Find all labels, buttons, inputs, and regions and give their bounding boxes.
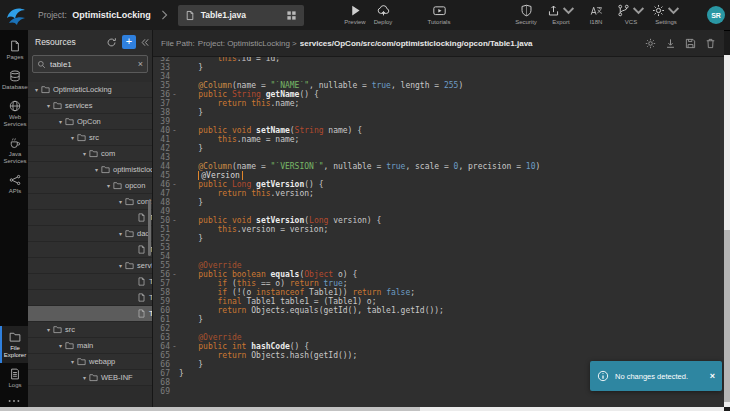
tree-folder-main[interactable]: ▾main [28,338,152,354]
fold-marker[interactable]: - [170,90,179,99]
line-number[interactable]: 42 [153,144,170,153]
download-file-icon[interactable] [665,38,676,49]
fold-marker[interactable]: - [170,126,179,135]
line-number[interactable]: 51 [153,225,170,234]
line-number[interactable]: 37 [153,99,170,108]
add-resource-button[interactable]: + [122,35,136,49]
code-line-41: 41 this.name = name; [153,135,724,144]
line-number[interactable]: 50 [153,216,170,225]
line-number[interactable]: 53 [153,243,170,252]
rail-item-pages[interactable]: Pages [0,35,28,65]
topbar-settings-button[interactable]: Settings [652,4,680,25]
rail-item-databases[interactable]: Databases [0,65,28,95]
line-number[interactable]: 48 [153,198,170,207]
vertical-scrollbar[interactable] [724,55,730,407]
topbar-export-button[interactable]: Export [547,4,575,25]
tree-item-label: OptimisticLocking [53,85,112,94]
fold-marker[interactable]: - [170,180,179,189]
code-editor[interactable]: 32 this.id = id;33 }3435 @Column(name = … [153,57,724,407]
line-number[interactable]: 40 [153,126,170,135]
tree-folder-src[interactable]: ▾src [28,130,152,146]
tree-folder-opcon[interactable]: ▾OpCon [28,114,152,130]
tree-file-table1-java[interactable]: Table1.java [28,306,152,322]
topbar-i18n-button[interactable]: I18N [582,4,610,25]
line-number[interactable]: 33 [153,63,170,72]
line-number[interactable]: 41 [153,135,170,144]
delete-file-icon[interactable] [705,38,716,49]
tab-table1-java[interactable]: Table1.java [178,5,304,26]
vertical-scrollbar-thumb[interactable] [724,230,730,402]
file-settings-icon[interactable] [645,38,656,49]
line-number[interactable]: 59 [153,297,170,306]
collapse-panel-icon[interactable] [141,38,149,47]
tree-file-t[interactable]: T [28,242,152,258]
line-number[interactable]: 36 [153,90,170,99]
line-number[interactable]: 68 [153,378,170,387]
line-number[interactable]: 55 [153,261,170,270]
topbar-tutorials-button[interactable]: Tutorials [425,4,453,25]
line-number[interactable]: 66 [153,360,170,369]
search-input[interactable]: table1 × [32,55,148,73]
tree-scrollbar[interactable] [148,200,151,256]
rail-item-apis[interactable]: APIs [0,169,28,199]
tree-file-t[interactable]: T [28,274,152,290]
line-number[interactable]: 54 [153,252,170,261]
line-number[interactable]: 39 [153,117,170,126]
avatar[interactable]: SR [707,6,725,24]
tree-file-t[interactable]: T [28,210,152,226]
fold-marker[interactable]: - [170,342,179,351]
refresh-icon[interactable] [106,37,117,48]
code-line-64: 64- public int hashCode() { [153,342,724,351]
tree-file-t[interactable]: T [28,290,152,306]
line-number[interactable]: 69 [153,387,170,396]
wavemaker-logo-icon[interactable] [4,3,28,27]
tree-folder-opcon[interactable]: ▾opcon [28,178,152,194]
line-number[interactable]: 60 [153,306,170,315]
horizontal-scrollbar[interactable] [0,407,724,411]
toast-close-icon[interactable]: × [710,372,715,381]
tree-folder-src[interactable]: ▾src [28,322,152,338]
line-number[interactable]: 65 [153,351,170,360]
clear-search-icon[interactable]: × [138,60,143,69]
line-number[interactable]: 47 [153,189,170,198]
horizontal-scrollbar-thumb[interactable] [0,407,420,411]
save-file-icon[interactable] [685,38,696,49]
line-number[interactable]: 49 [153,207,170,216]
rail-item-web-services[interactable]: Web Services [0,95,28,132]
line-number[interactable]: 61 [153,315,170,324]
tree-folder-services[interactable]: ▾services [28,98,152,114]
tree-folder-webapp[interactable]: ▾webapp [28,354,152,370]
rail-item-java-services[interactable]: Java Services [0,132,28,169]
grid-icon[interactable] [286,10,297,21]
tree-folder-optimisticlocking[interactable]: ▾OptimisticLocking [28,82,152,98]
fold-marker[interactable]: - [170,270,179,279]
tree-folder-optimisticlocking[interactable]: ▾optimisticlocking [28,162,152,178]
line-number[interactable]: 34 [153,72,170,81]
line-number[interactable]: 38 [153,108,170,117]
line-number[interactable]: 44 [153,162,170,171]
tree-folder-servi[interactable]: ▾servi [28,258,152,274]
line-number[interactable]: 52 [153,234,170,243]
tree-folder-dao[interactable]: ▾dao [28,226,152,242]
topbar-preview-button[interactable]: Preview [341,4,369,25]
line-number[interactable]: 35 [153,81,170,90]
line-number[interactable]: 46 [153,180,170,189]
line-number[interactable]: 62 [153,324,170,333]
line-number[interactable]: 64 [153,342,170,351]
line-number[interactable]: 43 [153,153,170,162]
line-number[interactable]: 56 [153,270,170,279]
line-number[interactable]: 67 [153,369,170,378]
topbar-vcs-button[interactable]: VCS [617,4,645,25]
tree-folder-web-inf[interactable]: ▾WEB-INF [28,370,152,386]
line-number[interactable]: 57 [153,279,170,288]
line-number[interactable]: 58 [153,288,170,297]
rail-item-file-explorer[interactable]: File Explorer [0,326,28,363]
tree-folder-com[interactable]: ▾com [28,146,152,162]
topbar-deploy-button[interactable]: Deploy [369,4,397,25]
topbar-security-button[interactable]: Security [512,4,540,25]
line-number[interactable]: 63 [153,333,170,342]
fold-marker[interactable]: - [170,216,179,225]
line-number[interactable]: 45 [153,171,170,180]
tree-folder-cont[interactable]: ▾cont [28,194,152,210]
rail-item-logs[interactable]: Logs [0,363,28,393]
